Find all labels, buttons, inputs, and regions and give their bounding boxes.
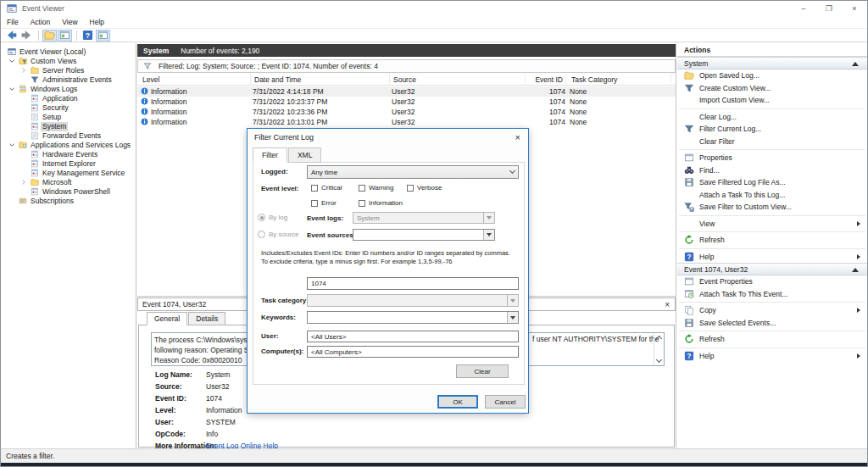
action-clear-filter[interactable]: Clear Filter [677,136,867,148]
tree-item-windows-logs[interactable]: Windows Logs [3,85,136,94]
checkbox-warning[interactable]: Warning [359,184,394,192]
detail-close-icon[interactable]: × [665,300,670,309]
dropdown-button[interactable] [483,230,494,240]
by-log-radio[interactable]: By log [258,214,287,221]
action-open-saved-log[interactable]: Open Saved Log... [677,69,867,82]
tree-item-setup[interactable]: Setup [3,113,136,122]
tab-filter[interactable]: Filter [253,147,287,163]
action-properties[interactable]: Properties [677,152,867,164]
chev-expanded-icon[interactable] [8,85,16,93]
tree-item-forwarded-events[interactable]: Forwarded Events [3,131,136,141]
tree-item-hardware-events[interactable]: Hardware Events [3,150,136,159]
action-view[interactable]: View [677,218,867,231]
event-row-1[interactable]: Information7/31/2022 4:14:18 PMUser32107… [137,86,676,97]
cancel-button[interactable]: Cancel [485,395,526,409]
action-refresh-event[interactable]: Refresh [677,333,867,346]
tree-item-administrative-events[interactable]: Administrative Events [3,75,136,85]
tree-item-event-viewer-local[interactable]: Event Viewer (Local) [3,47,136,57]
action-refresh[interactable]: Refresh [677,234,867,247]
chev-collapsed-icon[interactable] [19,66,28,75]
tree-item-applications-and-services-logs[interactable]: Applications and Services Logs [3,141,136,150]
tree-item-windows-powershell[interactable]: Windows PowerShell [3,187,136,197]
event-row-2[interactable]: Information7/31/2022 10:23:37 PMUser3210… [137,97,676,107]
tree-item-microsoft[interactable]: Microsoft [3,178,136,187]
action-filter-current-log[interactable]: Filter Current Log... [677,123,867,136]
checkbox-critical[interactable]: Critical [311,184,342,192]
forward-button[interactable] [19,30,34,42]
dropdown-button[interactable] [507,312,518,323]
checkbox-box[interactable] [407,185,414,192]
clear-button[interactable]: Clear [456,364,509,378]
event-row-3[interactable]: Information7/31/2022 10:23:36 PMUser3210… [137,107,676,117]
maximize-button[interactable]: ❐ [816,1,842,16]
message-scrollbar[interactable] [654,333,664,365]
tab-xml[interactable]: XML [288,147,321,163]
action-save-selected-events-event[interactable]: Save Selected Events... [677,317,867,330]
task-category-dropdown[interactable] [307,294,519,307]
event-row-4[interactable]: Information7/31/2022 10:13:01 PMUser3210… [137,117,676,127]
scroll-up-icon[interactable] [656,336,662,342]
computers-input[interactable]: <All Computers> [307,346,519,358]
action-event-properties-event[interactable]: Event Properties [677,275,867,288]
ok-button[interactable]: OK [437,395,478,409]
action-attach-task-to-this-event-event[interactable]: Attach Task To This Event... [677,288,867,301]
action-attach-a-task-to-this-log[interactable]: Attach a Task To this Log... [677,189,867,202]
user-input[interactable]: <All Users> [307,331,519,342]
column-header-event-id[interactable]: Event ID [526,74,566,86]
show-console-tree-button[interactable] [58,30,72,42]
chev-expanded-icon[interactable] [8,141,16,149]
action-import-custom-view[interactable]: Import Custom View... [677,94,867,107]
scroll-down-icon[interactable] [656,357,662,363]
chev-expanded-icon[interactable] [8,57,16,65]
column-header-source[interactable]: Source [390,74,526,86]
action-create-custom-view[interactable]: Create Custom View... [677,82,867,95]
checkbox-verbose[interactable]: Verbose [407,184,442,192]
tree-item-server-roles[interactable]: Server Roles [3,66,136,75]
dialog-close-icon[interactable]: × [515,132,520,142]
dropdown-button[interactable] [507,295,518,306]
show-action-pane-button[interactable] [96,30,110,42]
menu-help[interactable]: Help [84,18,110,26]
menu-view[interactable]: View [56,18,83,26]
action-clear-log[interactable]: Clear Log... [677,111,867,124]
checkbox-box[interactable] [359,185,365,192]
checkbox-box[interactable] [311,200,318,207]
keywords-dropdown[interactable] [307,311,519,324]
menu-action[interactable]: Action [25,18,57,26]
tree-item-subscriptions[interactable]: Subscriptions [3,197,136,206]
open-saved-log-button[interactable] [42,30,57,42]
tab-details[interactable]: Details [188,312,225,325]
checkbox-information[interactable]: Information [359,199,403,207]
dropdown-button[interactable] [483,213,494,223]
menu-file[interactable]: File [1,18,25,26]
action-section-system[interactable]: System [677,57,867,69]
by-source-radio[interactable]: By source [258,231,299,238]
chev-collapsed-icon[interactable] [19,178,28,186]
action-find[interactable]: Find... [677,164,867,177]
checkbox-box[interactable] [359,200,365,207]
column-header-date-and-time[interactable]: Date and Time [251,74,390,86]
tree-item-key-management-service[interactable]: Key Management Service [3,169,136,178]
tree-item-system[interactable]: System [3,122,136,131]
tree-item-internet-explorer[interactable]: Internet Explorer [3,159,136,169]
help-button[interactable]: ? [81,30,95,42]
event-sources-dropdown[interactable] [353,229,495,241]
table-column-header[interactable]: LevelDate and TimeSourceEvent IDTask Cat… [137,74,676,86]
action-help-event[interactable]: ?Help [677,350,867,363]
checkbox-error[interactable]: Error [311,199,337,207]
action-help[interactable]: ?Help [677,251,867,264]
back-button[interactable] [4,30,19,42]
logged-combobox[interactable]: Any time [307,165,519,179]
tree-item-custom-views[interactable]: Custom Views [3,57,136,66]
action-copy-event[interactable]: Copy [677,304,867,317]
action-save-filter-to-custom-view[interactable]: Save Filter to Custom View... [677,201,867,214]
action-save-filtered-log-file-as[interactable]: Save Filtered Log File As... [677,176,867,189]
action-section-event-1074-user32[interactable]: Event 1074, User32 [677,263,867,275]
tree-item-security[interactable]: Security [3,103,136,113]
event-ids-input[interactable]: 1074 [307,277,519,290]
column-header-level[interactable]: Level [139,74,251,86]
tab-general[interactable]: General [147,312,187,325]
minimize-button[interactable]: – [791,1,816,16]
checkbox-box[interactable] [311,185,318,192]
close-button[interactable]: × [842,1,867,16]
